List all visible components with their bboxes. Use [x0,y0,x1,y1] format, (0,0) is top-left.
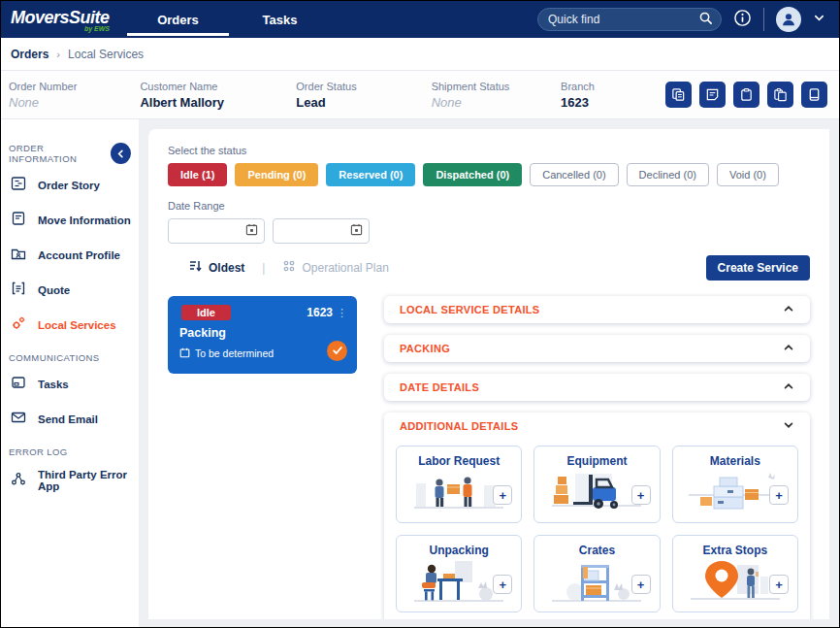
sidebar-item-label: Quote [38,284,70,296]
status-chip-void[interactable]: Void (0) [717,163,779,186]
app-logo: MoversSuite by EWS [11,8,127,32]
breadcrumb-separator-icon: › [56,49,60,60]
clipboard-copy-button[interactable] [767,82,793,108]
chevron-up-icon[interactable] [783,301,794,318]
sidebar-item-move-information[interactable]: Move Information [9,203,131,238]
tile-crates[interactable]: Crates + [533,535,660,612]
tile-label: Equipment [534,454,659,468]
tab-orders[interactable]: Orders [127,1,229,38]
status-chip-declined[interactable]: Declined (0) [627,163,709,186]
date-range-inputs [168,218,810,244]
calendar-icon[interactable] [245,222,258,240]
sort-oldest-button[interactable]: Oldest [189,259,244,277]
date-from-input[interactable] [175,225,245,237]
chevron-down-icon[interactable] [813,11,825,28]
main-nav-tabs: Orders Tasks [127,1,331,38]
add-unpacking-button[interactable]: + [493,575,512,594]
sidebar-collapse-button[interactable] [111,143,131,164]
order-story-icon [11,176,26,195]
status-chip-dispatched[interactable]: Dispatched (0) [423,163,522,186]
breadcrumb-current: Local Services [68,48,144,61]
avatar[interactable] [776,7,801,32]
list-toolbar: Oldest | Operational Plan Create Service [168,255,810,281]
app-window: MoversSuite by EWS Orders Tasks [0,0,840,628]
journal-button[interactable] [801,82,827,108]
chevron-up-icon[interactable] [783,379,794,396]
status-chip-pending[interactable]: Pending (0) [235,163,318,186]
tile-equipment[interactable]: Equipment + [533,446,660,523]
sidebar-item-tasks[interactable]: Tasks [9,367,131,402]
shipment-status-field: Shipment Status None [432,81,561,110]
tile-extra-stops[interactable]: Extra Stops + [672,535,798,612]
sort-icon [189,259,203,277]
order-number-value: None [9,95,140,110]
date-to-input[interactable] [279,225,350,237]
shipment-status-label: Shipment Status [432,81,561,92]
breadcrumb-orders[interactable]: Orders [11,48,48,61]
service-card-bottom: To be determined [178,345,347,362]
add-materials-button[interactable]: + [769,485,789,505]
service-status-badge: Idle [181,305,231,320]
accordion-local-service-details[interactable]: LOCAL SERVICE DETAILS [384,296,810,323]
toolbar-divider: | [262,261,265,275]
calendar-icon[interactable] [350,222,363,240]
top-navbar: MoversSuite by EWS Orders Tasks [1,1,839,38]
search-icon[interactable] [698,11,713,29]
date-to-field[interactable] [273,218,370,244]
kebab-menu-icon[interactable]: ⋮ [337,308,347,318]
accordion-additional-details[interactable]: ADDITIONAL DETAILS [384,413,810,440]
third-party-icon [11,471,26,490]
sidebar-item-label: Local Services [38,319,116,331]
accordion-date-details[interactable]: DATE DETAILS [384,374,810,401]
section-title-error-log: ERROR LOG [9,446,68,457]
service-card[interactable]: Idle 1623 ⋮ Packing To be determined [168,296,357,374]
sidebar-item-quote[interactable]: Quote [9,273,131,308]
page-body: ORDER INFORMATION Order Story Move Infor… [1,119,839,627]
tile-unpacking[interactable]: Unpacking + [396,535,522,612]
chevron-down-icon[interactable] [783,417,794,435]
tab-tasks[interactable]: Tasks [229,1,331,38]
sidebar-item-label: Account Profile [38,249,120,261]
add-extra-stops-button[interactable]: + [769,575,789,594]
create-service-button[interactable]: Create Service [706,255,810,281]
sidebar-item-label: Move Information [38,215,131,226]
accordion-packing[interactable]: PACKING [384,335,810,362]
sidebar-item-third-party-error-app[interactable]: Third Party Error App [9,461,131,500]
sidebar-item-send-email[interactable]: Send Email [9,402,131,437]
date-from-field[interactable] [168,218,265,244]
operational-plan-button[interactable]: Operational Plan [282,259,388,277]
add-equipment-button[interactable]: + [631,485,651,505]
info-icon[interactable] [733,9,752,31]
copy-order-button[interactable] [665,82,692,108]
add-labor-request-button[interactable]: + [493,485,512,505]
status-chip-idle[interactable]: Idle (1) [168,163,227,186]
service-selected-check-icon[interactable] [327,341,347,361]
local-services-icon [11,315,26,335]
tile-materials[interactable]: Materials + [672,446,798,523]
status-chip-reserved[interactable]: Reserved (0) [326,163,415,186]
tab-orders-label: Orders [157,13,199,27]
clipboard-button[interactable] [733,82,759,108]
accordion-label: DATE DETAILS [400,381,479,393]
shipment-status-value: None [432,95,561,110]
quick-find-input[interactable] [548,13,698,26]
quick-find-box[interactable] [537,8,722,31]
sidebar-section-communications: COMMUNICATIONS [9,352,131,363]
tasks-icon [11,375,26,394]
sidebar-item-local-services[interactable]: Local Services [9,308,131,343]
sidebar-item-label: Third Party Error App [38,469,131,492]
section-title-order-information: ORDER INFORMATION [9,143,111,164]
status-chip-cancelled[interactable]: Cancelled (0) [530,163,618,186]
tile-labor-request[interactable]: Labor Request + [396,446,522,523]
breadcrumb: Orders › Local Services [1,38,839,71]
note-button[interactable] [699,82,726,108]
chevron-up-icon[interactable] [783,340,794,357]
sidebar-item-label: Tasks [38,379,69,390]
date-range-label: Date Range [168,200,810,212]
add-crates-button[interactable]: + [631,575,651,594]
sidebar-section-order-information: ORDER INFORMATION [9,143,131,164]
service-date-text: To be determined [195,347,274,359]
section-title-communications: COMMUNICATIONS [9,352,100,363]
sidebar-item-order-story[interactable]: Order Story [9,168,131,203]
sidebar-item-account-profile[interactable]: Account Profile [9,238,131,273]
